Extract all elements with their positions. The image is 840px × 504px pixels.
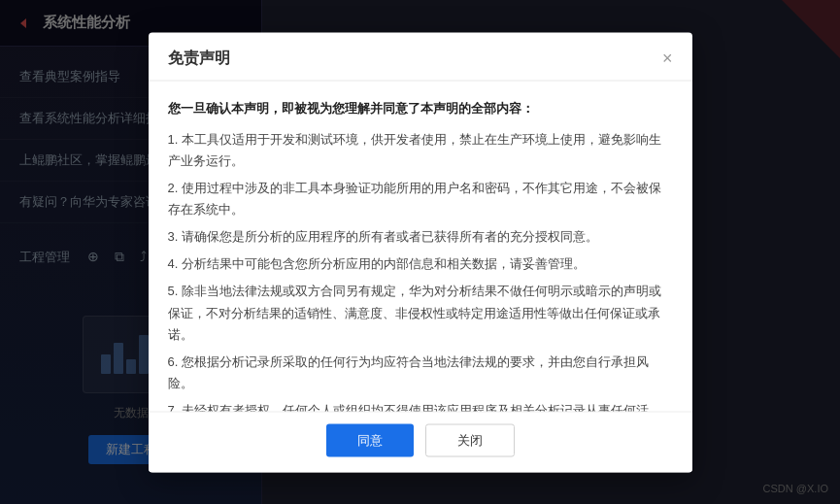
close-button[interactable]: 关闭 — [425, 423, 515, 456]
disclaimer-item-4: 4. 分析结果中可能包含您所分析应用的内部信息和相关数据，请妥善管理。 — [168, 253, 673, 275]
agree-button[interactable]: 同意 — [326, 423, 414, 456]
disclaimer-list: 1. 本工具仅适用于开发和测试环境，供开发者使用，禁止在生产环境上使用，避免影响… — [168, 128, 673, 411]
modal-footer: 同意 关闭 — [149, 411, 692, 472]
disclaimer-item-2: 2. 使用过程中涉及的非工具本身验证功能所用的用户名和密码，不作其它用途，不会被… — [168, 178, 673, 220]
modal-title: 免责声明 — [168, 48, 230, 68]
modal-header: 免责声明 × — [149, 32, 692, 81]
disclaimer-item-6: 6. 您根据分析记录所采取的任何行为均应符合当地法律法规的要求，并由您自行承担风… — [168, 351, 673, 393]
modal-intro: 您一旦确认本声明，即被视为您理解并同意了本声明的全部内容： — [168, 96, 673, 118]
disclaimer-item-5: 5. 除非当地法律法规或双方合同另有规定，华为对分析结果不做任何明示或暗示的声明… — [168, 281, 673, 345]
disclaimer-item-1: 1. 本工具仅适用于开发和测试环境，供开发者使用，禁止在生产环境上使用，避免影响… — [168, 128, 673, 171]
disclaimer-item-7: 7. 未经权有者授权，任何个人或组织均不得使用该应用程序及相关分析记录从事任何活… — [168, 399, 673, 411]
disclaimer-modal: 免责声明 × 您一旦确认本声明，即被视为您理解并同意了本声明的全部内容： 1. … — [149, 32, 692, 472]
disclaimer-item-3: 3. 请确保您是所分析的应用程序的所有者或者已获得所有者的充分授权同意。 — [168, 226, 673, 248]
modal-close-button[interactable]: × — [662, 50, 673, 67]
modal-body: 您一旦确认本声明，即被视为您理解并同意了本声明的全部内容： 1. 本工具仅适用于… — [149, 81, 692, 411]
